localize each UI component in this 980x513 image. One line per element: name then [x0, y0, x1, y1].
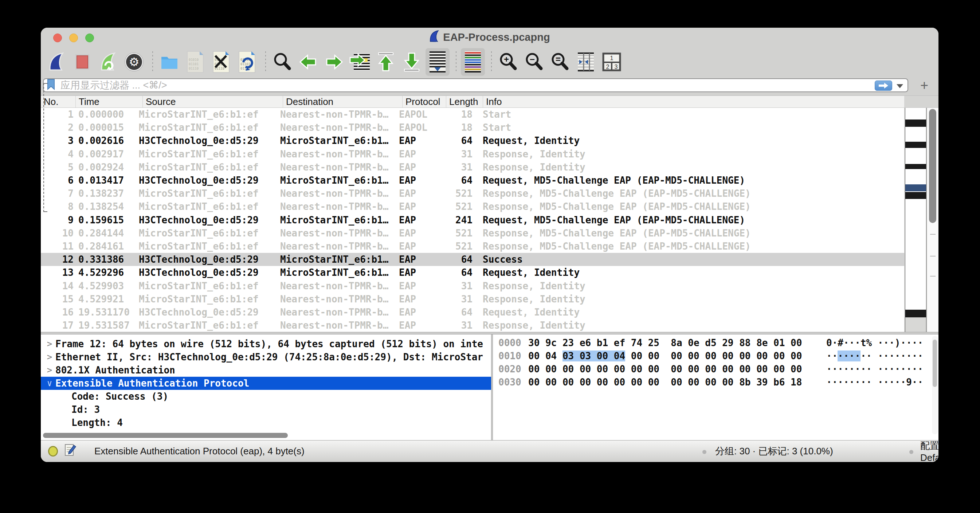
toolbar-separator: [491, 51, 492, 73]
packet-row-16[interactable]: 1619.531170H3CTechnolog_0e:d5:29Nearest-…: [41, 306, 904, 319]
go-back-button[interactable]: [296, 48, 320, 76]
scrollbar-thumb[interactable]: [929, 109, 936, 223]
magnifier-plus-icon: +: [498, 52, 519, 72]
doc-binary-icon: 010100110101110: [186, 51, 205, 73]
status-selection-text: Extensible Authentication Protocol (eap)…: [94, 446, 305, 457]
go-last-button[interactable]: [400, 48, 424, 76]
save-file-button[interactable]: 010100110101110: [183, 48, 207, 76]
go-to-packet-button[interactable]: [348, 48, 372, 76]
packet-list-scrollbar[interactable]: [927, 108, 939, 332]
header-corner: [904, 96, 939, 108]
column-header-info[interactable]: Info: [483, 96, 904, 107]
packet-row-3[interactable]: 30.002616H3CTechnolog_0e:d5:29MicroStarI…: [41, 134, 904, 147]
detail-line[interactable]: Code: Success (3): [41, 390, 491, 403]
svg-text:01101: 01101: [189, 62, 199, 66]
hex-row-0030[interactable]: 003000 00 00 00 00 00 00 00 00 00 00 00 …: [493, 377, 939, 390]
start-capture-button[interactable]: [45, 48, 68, 76]
detail-line[interactable]: Id: 3: [41, 403, 491, 416]
window-title: EAP-Process.pcapng: [443, 31, 550, 43]
restart-capture-button[interactable]: [96, 48, 120, 76]
packet-row-10[interactable]: 100.284144MicroStarINT_e6:b1:efNearest-n…: [41, 226, 904, 240]
gear-icon: ⚙: [124, 52, 144, 72]
packet-list: 10.000000MicroStarINT_e6:b1:efNearest-no…: [41, 108, 904, 332]
zoom-in-button[interactable]: +: [496, 48, 520, 76]
packet-row-2[interactable]: 20.000015MicroStarINT_e6:b1:efNearest-no…: [41, 121, 904, 134]
display-filter-input[interactable]: 应用显示过滤器 ... <⌘/>: [43, 78, 908, 92]
hex-row-0000[interactable]: 000030 9c 23 e6 b1 ef 74 25 8a 0e d5 29 …: [493, 338, 939, 350]
zoom-reset-button[interactable]: =: [548, 48, 572, 76]
packet-row-17[interactable]: 1719.531587MicroStarINT_e6:b1:efNearest-…: [41, 319, 904, 332]
auto-scroll-button[interactable]: [426, 48, 450, 76]
intelligent-scrollbar-minimap[interactable]: [905, 108, 926, 332]
expanded-expander-icon[interactable]: ∨: [45, 378, 55, 389]
hex-row-0010[interactable]: 001000 04 03 03 00 04 00 00 00 00 00 00 …: [493, 350, 939, 363]
details-horizontal-scrollbar[interactable]: [42, 432, 489, 439]
packet-row-12[interactable]: 120.331386H3CTechnolog_0e:d5:29MicroStar…: [41, 253, 904, 266]
resize-columns-icon: [576, 52, 596, 72]
shark-fin-icon: [46, 52, 67, 72]
svg-text:+: +: [504, 54, 509, 64]
bookmark-icon[interactable]: [47, 79, 56, 91]
packet-row-8[interactable]: 80.138254MicroStarINT_e6:b1:efNearest-no…: [41, 200, 904, 213]
packet-row-9[interactable]: 90.159615H3CTechnolog_0e:d5:29MicroStarI…: [41, 213, 904, 226]
reload-file-button[interactable]: 010100110101110: [235, 48, 259, 76]
collapsed-expander-icon[interactable]: >: [45, 352, 55, 362]
wireshark-fin-icon: [429, 30, 439, 44]
hex-row-0020[interactable]: 002000 00 00 00 00 00 00 00 00 00 00 00 …: [493, 363, 939, 377]
column-header-time[interactable]: Time: [76, 96, 143, 107]
packet-row-15[interactable]: 154.529921MicroStarINT_e6:b1:efNearest-n…: [41, 293, 904, 306]
add-filter-button[interactable]: +: [917, 77, 932, 93]
packet-row-11[interactable]: 110.284161MicroStarINT_e6:b1:efNearest-n…: [41, 240, 904, 253]
column-header-source[interactable]: Source: [143, 96, 283, 107]
hex-scrollbar[interactable]: [932, 336, 938, 434]
stop-square-icon: [72, 52, 92, 72]
layout-button[interactable]: 123: [600, 48, 624, 76]
column-header-no[interactable]: No.: [41, 96, 76, 107]
packet-row-13[interactable]: 134.529296H3CTechnolog_0e:d5:29MicroStar…: [41, 266, 904, 279]
svg-text:1: 1: [610, 55, 614, 61]
packet-row-7[interactable]: 70.138237MicroStarINT_e6:b1:efNearest-no…: [41, 187, 904, 200]
collapsed-expander-icon[interactable]: >: [45, 365, 55, 375]
resize-columns-button[interactable]: [574, 48, 598, 76]
packet-row-4[interactable]: 40.002917MicroStarINT_e6:b1:efNearest-no…: [41, 148, 904, 161]
filter-placeholder: 应用显示过滤器 ... <⌘/>: [60, 79, 167, 92]
detail-line[interactable]: Length: 4: [41, 416, 491, 429]
detail-line[interactable]: >Frame 12: 64 bytes on wire (512 bits), …: [41, 338, 491, 350]
go-forward-button[interactable]: [322, 48, 346, 76]
stop-capture-button[interactable]: [70, 48, 94, 76]
collapsed-expander-icon[interactable]: >: [45, 339, 55, 349]
hex-dump-pane: 000030 9c 23 e6 b1 ef 74 25 8a 0e d5 29 …: [493, 335, 939, 440]
column-header-protocol[interactable]: Protocol: [402, 96, 446, 107]
detail-line[interactable]: ∨Extensible Authentication Protocol: [41, 377, 491, 390]
packet-row-14[interactable]: 144.529903MicroStarINT_e6:b1:efNearest-n…: [41, 279, 904, 292]
apply-arrow-icon: [878, 82, 889, 89]
column-header-length[interactable]: Length: [446, 96, 483, 107]
capture-comment-icon[interactable]: [64, 443, 76, 459]
open-file-button[interactable]: [158, 48, 181, 76]
zoom-out-button[interactable]: −: [522, 48, 546, 76]
packet-row-1[interactable]: 10.000000MicroStarINT_e6:b1:efNearest-no…: [41, 108, 904, 121]
expert-info-icon[interactable]: [48, 446, 58, 457]
column-header-destination[interactable]: Destination: [283, 96, 402, 107]
detail-line[interactable]: >802.1X Authentication: [41, 363, 491, 377]
capture-options-button[interactable]: ⚙: [122, 48, 146, 76]
detail-line[interactable]: >Ethernet II, Src: H3CTechnolog_0e:d5:29…: [41, 350, 491, 363]
doc-close-icon: 010100110101110: [212, 51, 231, 73]
packet-row-6[interactable]: 60.013417H3CTechnolog_0e:d5:29MicroStarI…: [41, 174, 904, 187]
horizontal-splitter[interactable]: [41, 332, 939, 335]
status-profile[interactable]: 配置: Default: [920, 440, 939, 462]
minimap-packet-stripe: [905, 119, 926, 127]
details-scrollbar-thumb[interactable]: [43, 433, 288, 438]
find-packet-button[interactable]: [270, 48, 294, 76]
colorize-button[interactable]: [461, 48, 485, 76]
minimap-footer: [905, 317, 926, 332]
filter-history-caret[interactable]: [897, 84, 903, 88]
toolbar-separator: [265, 51, 266, 73]
packet-list-header[interactable]: No.TimeSourceDestinationProtocolLengthIn…: [41, 96, 904, 108]
close-file-button[interactable]: 010100110101110: [209, 48, 233, 76]
apply-filter-button[interactable]: [875, 81, 892, 91]
hex-scrollbar-thumb[interactable]: [933, 339, 937, 387]
minimap-packet-stripe: [905, 310, 926, 317]
packet-row-5[interactable]: 50.002924MicroStarINT_e6:b1:efNearest-no…: [41, 161, 904, 174]
go-first-button[interactable]: [374, 48, 398, 76]
